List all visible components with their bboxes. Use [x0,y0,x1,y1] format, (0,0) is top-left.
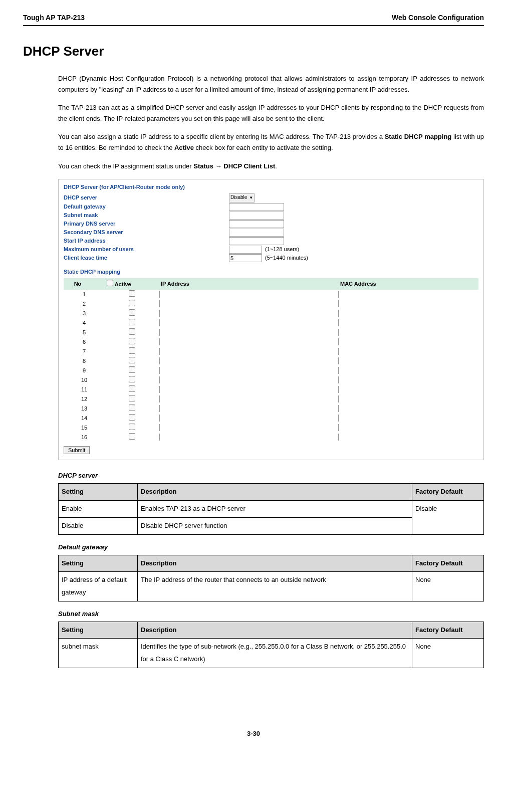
cell-desc: The IP address of the router that connec… [138,572,412,601]
cell-desc: Enables TAP-213 as a DHCP server [138,501,412,518]
ip-address-input[interactable] [159,367,160,374]
mac-address-input[interactable] [338,329,339,336]
th-setting: Setting [59,484,138,501]
th-desc: Description [138,555,412,572]
table-row: 10 [64,375,478,385]
row-number: 16 [64,433,105,442]
ip-address-input[interactable] [159,291,160,298]
active-checkbox[interactable] [129,319,135,325]
mac-address-input[interactable] [338,424,339,431]
row-number: 9 [64,366,105,375]
cell-default: None [412,639,484,668]
static-mapping-table: No Active IP Address MAC Address 1234567… [64,278,478,443]
active-checkbox[interactable] [129,309,135,316]
active-checkbox[interactable] [129,300,135,306]
submit-button[interactable]: Submit [64,446,90,454]
lease-time-input[interactable]: 5 [229,254,262,262]
row-number: 11 [64,385,105,394]
mac-address-input[interactable] [338,405,339,412]
table-row: 6 [64,337,478,347]
th-setting: Setting [59,555,138,572]
table-row: 16 [64,433,478,442]
param-title-gateway: Default gateway [58,542,484,553]
page-header: Tough AP TAP-213 Web Console Configurati… [23,12,484,26]
label-lease-time: Client lease time [64,254,229,262]
mac-address-input[interactable] [338,300,339,307]
th-setting: Setting [59,622,138,639]
mac-address-input[interactable] [338,338,339,345]
secondary-dns-input[interactable] [229,229,284,237]
page-title: DHCP Server [23,40,484,62]
param-table-dhcp: Setting Description Factory Default Enab… [58,483,484,534]
active-checkbox[interactable] [129,433,135,440]
ip-address-input[interactable] [159,300,160,307]
mac-address-input[interactable] [338,291,339,298]
cell-desc: Identifies the type of sub-network (e.g.… [138,639,412,668]
active-checkbox[interactable] [129,357,135,363]
active-checkbox[interactable] [129,328,135,335]
max-users-note: (1~128 users) [265,246,299,254]
paragraph-3: You can also assign a static IP address … [58,131,484,153]
max-users-input[interactable] [229,246,262,254]
ip-address-input[interactable] [159,405,160,412]
default-gateway-input[interactable] [229,203,284,211]
label-subnet-mask: Subnet mask [64,212,229,220]
col-mac: MAC Address [338,278,478,290]
label-dhcp-server: DHCP server [64,194,229,202]
table-row: 14 [64,414,478,423]
start-ip-input[interactable] [229,237,284,245]
col-active: Active [105,278,159,290]
mac-address-input[interactable] [338,386,339,393]
row-number: 8 [64,356,105,366]
ip-address-input[interactable] [159,395,160,402]
mac-address-input[interactable] [338,310,339,317]
dhcp-server-select[interactable]: Disable▼ [229,193,255,202]
subnet-mask-input[interactable] [229,212,284,220]
ip-address-input[interactable] [159,415,160,422]
th-default: Factory Default [412,622,484,639]
mac-address-input[interactable] [338,415,339,422]
ip-address-input[interactable] [159,434,160,441]
mac-address-input[interactable] [338,434,339,441]
active-checkbox[interactable] [129,347,135,354]
active-checkbox[interactable] [129,338,135,344]
page-number: 3-30 [23,728,484,739]
param-table-subnet: Setting Description Factory Default subn… [58,622,484,668]
mac-address-input[interactable] [338,357,339,364]
active-checkbox[interactable] [129,290,135,297]
row-number: 3 [64,309,105,318]
ip-address-input[interactable] [159,376,160,383]
th-default: Factory Default [412,484,484,501]
mac-address-input[interactable] [338,367,339,374]
row-number: 4 [64,318,105,328]
active-checkbox[interactable] [129,404,135,411]
ip-address-input[interactable] [159,424,160,431]
row-number: 2 [64,299,105,309]
active-checkbox[interactable] [129,395,135,401]
active-checkbox[interactable] [129,376,135,382]
ip-address-input[interactable] [159,348,160,355]
primary-dns-input[interactable] [229,220,284,228]
active-checkbox[interactable] [129,424,135,430]
active-checkbox[interactable] [129,366,135,373]
ip-address-input[interactable] [159,310,160,317]
active-checkbox[interactable] [129,414,135,421]
ip-address-input[interactable] [159,386,160,393]
cell-setting: Enable [59,501,138,518]
figure-heading: DHCP Server (for AP/Client-Router mode o… [64,183,478,191]
cell-desc: Disable DHCP server function [138,517,412,534]
mac-address-input[interactable] [338,395,339,402]
ip-address-input[interactable] [159,329,160,336]
ip-address-input[interactable] [159,319,160,326]
ip-address-input[interactable] [159,338,160,345]
active-checkbox[interactable] [129,385,135,392]
mac-address-input[interactable] [338,319,339,326]
row-number: 13 [64,404,105,414]
cell-setting: IP address of a default gateway [59,572,138,601]
ip-address-input[interactable] [159,357,160,364]
mac-address-input[interactable] [338,348,339,355]
lease-time-note: (5~1440 minutes) [265,254,308,262]
active-header-checkbox[interactable] [107,280,113,286]
table-row: 11 [64,385,478,394]
mac-address-input[interactable] [338,376,339,383]
